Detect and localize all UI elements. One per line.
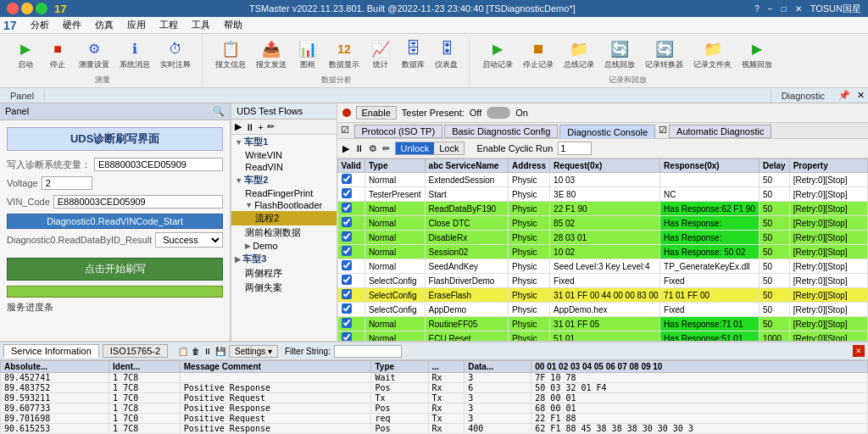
log-row[interactable]: 89.483752 1 7C8 Positive Response Pos Rx… [1,383,868,393]
valid-checkbox[interactable] [342,217,352,227]
tree-flow2[interactable]: 流程2 [231,211,336,225]
log-row[interactable]: 89.593211 1 7C0 Positive Request Tx Tx 3… [1,393,868,403]
result-select[interactable]: Success [155,232,223,248]
tb2-edit-btn[interactable]: ✏ [382,143,390,154]
database-btn[interactable]: 🗄 数据库 [398,36,429,73]
sysinfo-btn[interactable]: ℹ 系统消息 [115,36,154,73]
table-row[interactable]: Normal SeedAndKey Physic Seed Level:3 Ke… [337,259,867,274]
table-row[interactable]: Normal ECU Reset Physic 51 01 Has Respon… [337,331,867,342]
tree-group-car1[interactable]: ▼ 车型1 [231,135,336,149]
filter-input[interactable] [334,345,402,358]
help-btn[interactable]: ? [751,3,763,15]
table-row[interactable]: Normal DisableRx Physic 28 03 01 Has Res… [337,231,867,245]
tester-toggle[interactable] [487,107,510,119]
panel-search[interactable]: 🔍 [213,106,225,117]
msg-info-btn[interactable]: 📋 报文信息 [211,36,250,73]
tree-writevin[interactable]: WriteVIN [231,149,336,161]
tree-group-car2[interactable]: ▼ 车型2 [231,173,336,187]
table-row[interactable]: SelectConfig AppDemo Physic AppDemo.hex … [337,303,867,317]
log-row[interactable]: 89.701698 1 7C0 Positive Request req Tx … [1,414,868,424]
tab-protocol[interactable]: Protocol (ISO TP) [354,125,443,138]
log-row[interactable]: 89.607733 1 7C8 Positive Response Pos Rx… [1,403,868,414]
diag-pin[interactable]: 📌 [835,90,854,101]
tree-both-prog[interactable]: 两侧程序 [231,266,336,281]
data-display-btn[interactable]: 12 数据显示 [325,36,364,73]
log-row[interactable]: 90.615253 1 7C8 Positive Response Pos Rx… [1,424,868,434]
log-scroll[interactable]: Absolute... Ident... Message Comment Typ… [0,360,868,434]
menu-app[interactable]: 应用 [120,17,153,33]
log-copy-btn[interactable]: 📋 [178,347,188,356]
valid-checkbox[interactable] [342,289,352,299]
table-row[interactable]: TesterPresent Start Physic 3E 80 NC 50 [… [337,187,867,202]
tree-bootloader[interactable]: ▼ FlashBootloader [231,199,336,211]
settings-btn-bottom[interactable]: Settings ▾ [229,345,278,358]
table-row[interactable]: Normal ExtendedSession Physic 10 03 50 [… [337,173,867,187]
bus-record-btn[interactable]: 📁 总线记录 [559,36,598,73]
table-row[interactable]: Normal ReadDataByF190 Physic 22 F1 90 Ha… [337,202,867,216]
menu-help[interactable]: 帮助 [217,17,249,33]
flows-play-btn[interactable]: ▶ [235,121,242,132]
diag-close[interactable]: ✕ [854,90,868,101]
valid-checkbox[interactable] [342,231,352,242]
table-row[interactable]: Normal RoutineFF05 Physic 31 01 FF 05 Ha… [337,317,867,331]
unlock-btn[interactable]: Unlock [396,142,435,154]
tab-auto[interactable]: Automatic Diagnostic [669,125,771,138]
close-btn[interactable] [7,3,19,14]
voltage-input[interactable] [42,176,92,190]
tree-both-fail[interactable]: 两侧失案 [231,281,336,295]
dashboard-btn[interactable]: 🎛 仪表盘 [431,36,462,73]
close-bottom-btn[interactable]: ✕ [853,345,865,357]
log-row[interactable]: 89.452741 1 7C8 Wait Rx 3 7F 10 78 [1,373,868,383]
tab-service-info[interactable]: Service Information [3,344,99,358]
start-measure-btn[interactable]: ▶ 启动 [10,36,41,73]
tab-diagnostic[interactable]: Diagnostic Console [559,125,655,138]
realtime-btn[interactable]: ⏱ 实时注释 [156,36,195,73]
tree-group-car3[interactable]: ▶ 车型3 [231,252,336,266]
start-record-btn[interactable]: ▶ 启动记录 [478,36,517,73]
bottom-close-icon[interactable]: ✕ [853,345,865,357]
menu-project[interactable]: 工程 [153,17,185,33]
valid-checkbox[interactable] [342,332,352,341]
table-row[interactable]: SelectConfig EraseFlash Physic 31 01 FF … [337,288,867,303]
tree-precheck[interactable]: 测前检测数据 [231,225,336,240]
start-flash-btn[interactable]: 点击开始刷写 [7,258,223,281]
tb2-play-btn[interactable]: ▶ [342,143,349,154]
table-row[interactable]: Normal Session02 Physic 10 02 Has Respon… [337,245,867,259]
tree-readvin[interactable]: ReadVIN [231,161,336,173]
stop-record-btn[interactable]: ⏹ 停止记录 [519,36,558,73]
chart-btn[interactable]: 📊 图框 [292,36,323,73]
valid-checkbox[interactable] [342,318,352,328]
log-clear-btn[interactable]: 🗑 [192,347,200,356]
record-folder-btn[interactable]: 📁 记录文件夹 [689,36,736,73]
valid-checkbox[interactable] [342,203,352,213]
stop-measure-btn[interactable]: ■ 停止 [42,36,73,73]
video-replay-btn[interactable]: ▶ 视频回放 [737,36,776,73]
flows-stop-btn[interactable]: ⏸ [245,122,254,132]
tb2-pause-btn[interactable]: ⏸ [354,143,364,153]
converter-btn[interactable]: 🔄 记录转换器 [641,36,687,73]
tab-iso15765[interactable]: ISO15765-2 [103,344,168,358]
stats-btn[interactable]: 📈 统计 [365,36,396,73]
enable-btn[interactable]: Enable [356,106,397,120]
vin-input[interactable] [53,195,223,209]
valid-checkbox[interactable] [342,260,352,270]
read-vincode-btn[interactable]: Diagnostic0.ReadVINCode_Start [7,214,223,229]
win-close-btn[interactable]: ✕ [792,3,805,15]
log-pause-btn[interactable]: ⏸ [203,347,212,356]
valid-checkbox[interactable] [342,275,352,285]
valid-checkbox[interactable] [342,188,352,198]
maximize-btn[interactable] [36,3,47,14]
win-max-btn[interactable]: □ [778,3,790,15]
lock-btn[interactable]: Lock [434,142,464,154]
tree-demo[interactable]: ▶ Demo [231,240,336,252]
tree-fingerprint[interactable]: ReadFingerPrint [231,187,336,199]
settings-btn[interactable]: ⚙ 测量设置 [75,36,114,73]
cyclic-input[interactable] [558,142,592,155]
tab-basic[interactable]: Basic Diagnostic Config [444,125,558,138]
menu-tools[interactable]: 工具 [185,17,217,33]
table-row[interactable]: Normal Close DTC Physic 85 02 Has Respon… [337,216,867,231]
bus-replay-btn[interactable]: 🔄 总线回放 [600,36,639,73]
valid-checkbox[interactable] [342,174,352,184]
valid-checkbox[interactable] [342,246,352,256]
menu-analyze[interactable]: 分析 [24,17,56,33]
